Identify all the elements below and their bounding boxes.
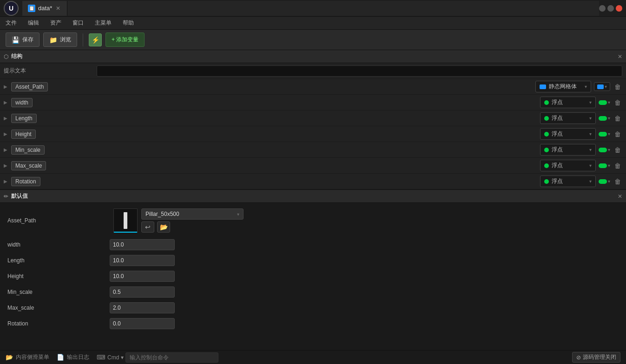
content-browser-button[interactable]: 📂 内容侧滑菜单 [6, 353, 49, 361]
structure-panel-close[interactable]: ✕ [618, 53, 622, 60]
indicator-chevron-icon[interactable]: ▾ [608, 116, 610, 121]
default-input-rotation[interactable] [110, 318, 175, 329]
content-browser-icon: 📂 [6, 354, 13, 361]
green-indicator-rotation: ▾ [599, 179, 610, 184]
cmd-icon: ⌨ [97, 354, 105, 361]
defaults-content: Asset_Path Pillar_50x500 ▾ ↩ 📂 [0, 203, 626, 350]
row-expand-arrow[interactable]: ▶ [4, 100, 11, 105]
default-input-length[interactable] [110, 255, 175, 266]
menu-help[interactable]: 帮助 [121, 18, 136, 28]
delete-button-length[interactable]: 🗑 [613, 115, 622, 122]
indicator-chevron-icon[interactable]: ▾ [608, 131, 610, 136]
structure-table: 提示文本 ▶ Asset_Path 静态网格体 ▾ [0, 63, 626, 189]
maximize-button[interactable] [607, 5, 614, 12]
output-log-button[interactable]: 📄 输出日志 [57, 353, 89, 361]
type-dot-green [544, 163, 549, 168]
row-expand-arrow[interactable]: ▶ [4, 131, 11, 136]
row-expand-arrow[interactable]: ▶ [4, 147, 11, 152]
browse-icon: 📁 [49, 36, 57, 44]
default-input-width[interactable] [110, 239, 175, 250]
type-dropdown-rotation[interactable]: 浮点 ▾ [540, 176, 596, 187]
default-input-max-scale[interactable] [110, 302, 175, 313]
blueprint-run-icon[interactable]: ⚡ [89, 33, 102, 46]
row-expand-arrow[interactable]: ▶ [4, 163, 11, 168]
row-controls-max-scale: 浮点 ▾ ▾ 🗑 [540, 160, 622, 171]
row-controls-height: 浮点 ▾ ▾ 🗑 [540, 128, 622, 140]
row-expand-arrow[interactable]: ▶ [4, 84, 11, 89]
asset-dropdown-label: Pillar_50x500 [145, 211, 234, 217]
menu-window[interactable]: 窗口 [71, 18, 86, 28]
delete-button-max-scale[interactable]: 🗑 [613, 162, 622, 169]
green-indicator-height: ▾ [599, 131, 610, 136]
cmd-input[interactable] [125, 352, 218, 363]
indicator-chevron-icon[interactable]: ▾ [608, 163, 610, 168]
delete-button-width[interactable]: 🗑 [613, 99, 622, 106]
green-toggle-dot [599, 116, 607, 121]
type-dropdown-min-scale[interactable]: 浮点 ▾ [540, 144, 596, 156]
tab-label: data* [38, 5, 52, 12]
delete-button-height[interactable]: 🗑 [613, 130, 622, 138]
type-dropdown-height[interactable]: 浮点 ▾ [540, 128, 596, 140]
asset-thumbnail [113, 208, 138, 233]
structure-icon: ⬡ [4, 53, 8, 60]
tab-close-button[interactable]: ✕ [55, 4, 61, 13]
asset-action-buttons: ↩ 📂 [141, 221, 244, 233]
pencil-icon: ✏ [4, 193, 8, 200]
defaults-panel-close[interactable]: ✕ [618, 193, 622, 200]
type-dot-blue [540, 84, 546, 89]
type-dot-green [544, 132, 549, 136]
green-toggle-dot [599, 148, 607, 152]
menu-edit[interactable]: 编辑 [26, 18, 41, 28]
delete-button-asset-path[interactable]: 🗑 [613, 83, 622, 91]
type-dot-green [544, 116, 549, 121]
asset-back-button[interactable]: ↩ [141, 221, 154, 233]
browse-button[interactable]: 📁 浏览 [43, 32, 77, 47]
chevron-down-icon: ▾ [589, 116, 592, 121]
data-tab[interactable]: 📋 data* ✕ [22, 1, 67, 16]
row-expand-arrow[interactable]: ▶ [4, 179, 11, 184]
type-dot-green [544, 100, 549, 105]
indicator-chevron-icon[interactable]: ▾ [608, 100, 610, 105]
add-variable-button[interactable]: + 添加变量 [105, 32, 145, 47]
prompt-input[interactable] [97, 65, 622, 77]
default-input-min-scale[interactable] [110, 286, 175, 298]
source-control-button[interactable]: ⊘ 源码管理关闭 [572, 352, 620, 363]
blueprint-icon: 📋 [28, 5, 35, 12]
save-button[interactable]: 💾 保存 [6, 32, 40, 47]
asset-controls: Pillar_50x500 ▾ ↩ 📂 [141, 208, 244, 233]
type-dropdown-width[interactable]: 浮点 ▾ [540, 97, 596, 108]
defaults-panel: ✏ 默认值 ✕ Asset_Path Pillar_50x500 ▾ ↩ [0, 190, 626, 350]
chevron-down-icon: ▾ [237, 212, 239, 217]
status-bar: 📂 内容侧滑菜单 📄 输出日志 ⌨ Cmd ▾ ⊘ 源码管理关闭 [0, 350, 626, 364]
indicator-chevron-icon[interactable]: ▾ [608, 179, 610, 184]
default-label-min-scale: Min_scale [7, 289, 110, 295]
row-expand-arrow[interactable]: ▶ [4, 116, 11, 121]
menu-file[interactable]: 文件 [4, 18, 19, 28]
default-input-height[interactable] [110, 271, 175, 282]
asset-type-icon [597, 84, 604, 89]
delete-button-rotation[interactable]: 🗑 [613, 178, 622, 185]
save-icon: 💾 [12, 36, 20, 44]
asset-browse-button[interactable]: 📂 [157, 221, 170, 233]
asset-type-control[interactable]: ▾ [594, 82, 610, 91]
window-controls [599, 5, 622, 12]
menu-asset[interactable]: 资产 [48, 18, 63, 28]
struct-row-width: ▶ width 浮点 ▾ ▾ 🗑 [0, 95, 626, 110]
default-label-width: width [7, 241, 110, 248]
minimize-button[interactable] [599, 5, 606, 12]
defaults-panel-header: ✏ 默认值 ✕ [0, 190, 626, 203]
default-row-length: Length [0, 253, 626, 268]
delete-button-min-scale[interactable]: 🗑 [613, 146, 622, 154]
close-button[interactable] [616, 5, 622, 12]
menu-main[interactable]: 主菜单 [93, 18, 113, 28]
field-name-max-scale: Max_scale [11, 162, 104, 169]
asset-path-dropdown[interactable]: Pillar_50x500 ▾ [141, 208, 244, 220]
indicator-chevron-icon[interactable]: ▾ [608, 147, 610, 152]
type-dropdown-length[interactable]: 浮点 ▾ [540, 112, 596, 124]
green-toggle-dot [599, 132, 607, 136]
type-dropdown-max-scale[interactable]: 浮点 ▾ [540, 160, 596, 171]
default-row-asset-path: Asset_Path Pillar_50x500 ▾ ↩ 📂 [0, 205, 626, 237]
default-label-length: Length [7, 257, 110, 264]
type-dropdown-asset-path[interactable]: 静态网格体 ▾ [535, 81, 591, 92]
cmd-chevron-icon[interactable]: ▾ [121, 354, 124, 361]
